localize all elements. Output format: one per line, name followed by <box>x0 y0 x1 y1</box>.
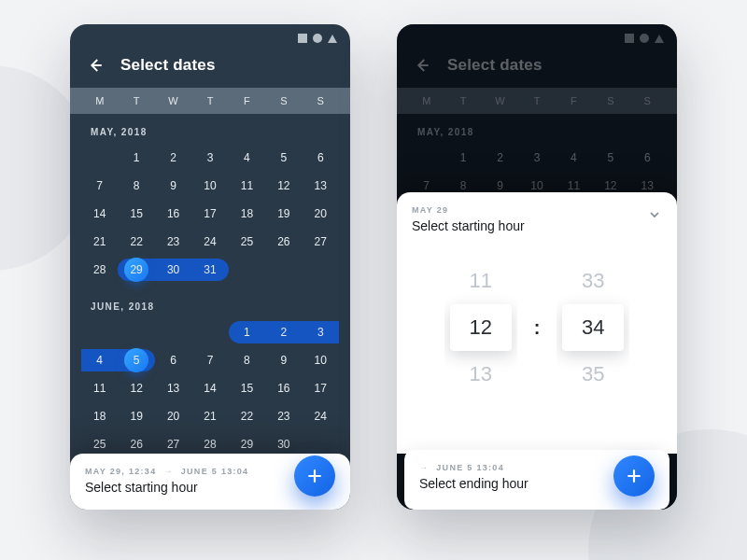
hour-next: 13 <box>444 351 517 398</box>
phone-select-dates: Select dates MTWTFSS MAY, 2018 123456789… <box>70 24 350 510</box>
day-cell[interactable]: 3 <box>191 147 228 169</box>
day-cell[interactable]: 12 <box>265 175 302 197</box>
back-icon[interactable] <box>87 57 104 74</box>
day-cell[interactable]: 29 <box>229 433 265 455</box>
day-cell[interactable]: 20 <box>155 405 191 427</box>
day-cell[interactable]: 8 <box>229 349 265 371</box>
time-sheet-heading: Select starting hour <box>412 218 662 233</box>
day-cell[interactable]: 1 <box>118 147 154 169</box>
weekday-cell: S <box>265 95 302 106</box>
add-button[interactable] <box>613 455 655 497</box>
day-cell[interactable]: 7 <box>81 175 118 197</box>
weekday-cell: M <box>81 95 118 106</box>
time-picker-sheet: MAY 29 Select starting hour 11 12 13 : <box>397 192 677 454</box>
day-cell[interactable]: 29 <box>118 259 154 281</box>
calendar-month-june: 1234567891011121314151617181920212223242… <box>70 317 350 463</box>
day-cell[interactable]: 30 <box>265 433 302 455</box>
day-cell[interactable]: 18 <box>81 405 118 427</box>
hour-selected: 12 <box>444 304 517 351</box>
weekday-cell: T <box>118 95 154 106</box>
day-cell[interactable]: 24 <box>191 231 228 253</box>
day-cell[interactable]: 16 <box>265 377 302 399</box>
day-cell[interactable]: 24 <box>303 405 339 427</box>
range-to: JUNE 5 13:04 <box>436 463 504 472</box>
calendar-month-may: 1234567891011121314151617181920212223242… <box>70 143 350 288</box>
day-cell[interactable]: 28 <box>191 433 228 455</box>
day-cell[interactable]: 25 <box>229 231 265 253</box>
month-label-june: JUNE, 2018 <box>70 288 350 317</box>
day-cell[interactable]: 21 <box>191 405 228 427</box>
day-cell[interactable]: 6 <box>155 349 191 371</box>
day-cell[interactable]: 18 <box>229 203 265 225</box>
weekday-cell: W <box>155 95 191 106</box>
ending-hour-sheet: → JUNE 5 13:04 Select ending hour <box>404 450 669 510</box>
day-cell[interactable]: 11 <box>81 377 118 399</box>
day-cell[interactable]: 19 <box>118 405 154 427</box>
day-cell[interactable]: 11 <box>229 175 265 197</box>
day-cell[interactable]: 5 <box>265 147 302 169</box>
range-to: JUNE 5 13:04 <box>181 467 249 476</box>
minute-wheel[interactable]: 33 34 35 <box>557 258 629 398</box>
phone-select-time: Select dates MTWTFSS MAY, 2018 123456789… <box>397 24 677 510</box>
day-cell[interactable]: 13 <box>303 175 339 197</box>
day-cell[interactable]: 14 <box>81 203 118 225</box>
day-cell[interactable]: 15 <box>229 377 265 399</box>
day-cell[interactable]: 2 <box>155 147 191 169</box>
day-cell[interactable]: 27 <box>303 231 339 253</box>
arrow-right-icon: → <box>419 463 429 472</box>
weekday-header: MTWTFSS <box>70 88 350 114</box>
day-cell[interactable]: 23 <box>155 231 191 253</box>
day-cell[interactable]: 3 <box>303 321 339 343</box>
min-selected: 34 <box>557 304 629 351</box>
day-cell[interactable]: 19 <box>265 203 302 225</box>
day-cell[interactable]: 15 <box>118 203 154 225</box>
day-cell[interactable]: 6 <box>303 147 339 169</box>
range-from: MAY 29, 12:34 <box>85 467 156 476</box>
range-end-marker[interactable]: 5 <box>124 348 148 372</box>
time-colon: : <box>534 317 541 339</box>
weekday-cell: F <box>229 95 265 106</box>
day-cell[interactable]: 8 <box>118 175 154 197</box>
weekday-cell: T <box>191 95 228 106</box>
page-title: Select dates <box>120 56 216 75</box>
day-cell[interactable]: 27 <box>155 433 191 455</box>
day-cell[interactable]: 5 <box>118 349 154 371</box>
weekday-cell: S <box>303 95 339 106</box>
day-cell[interactable]: 17 <box>191 203 228 225</box>
day-cell[interactable]: 9 <box>155 175 191 197</box>
day-cell[interactable]: 31 <box>191 259 228 281</box>
hour-wheel[interactable]: 11 12 13 <box>444 258 517 398</box>
day-cell[interactable]: 17 <box>303 377 339 399</box>
day-cell[interactable]: 25 <box>81 433 118 455</box>
day-cell[interactable]: 20 <box>303 203 339 225</box>
bottom-sheet: MAY 29, 12:34 → JUNE 5 13:04 Select star… <box>70 454 350 510</box>
chevron-down-icon[interactable] <box>647 207 662 226</box>
time-sheet-date: MAY 29 <box>412 205 448 215</box>
add-button[interactable] <box>294 455 335 497</box>
day-cell[interactable]: 26 <box>118 433 154 455</box>
day-cell[interactable]: 28 <box>81 259 118 281</box>
hour-prev: 11 <box>444 258 517 304</box>
day-cell[interactable]: 30 <box>155 259 191 281</box>
day-cell[interactable]: 26 <box>265 231 302 253</box>
day-cell[interactable]: 14 <box>191 377 228 399</box>
day-cell[interactable]: 13 <box>155 377 191 399</box>
day-cell[interactable]: 23 <box>265 405 302 427</box>
day-cell[interactable]: 2 <box>265 321 302 343</box>
day-cell[interactable]: 7 <box>191 349 228 371</box>
day-cell[interactable]: 22 <box>229 405 265 427</box>
day-cell[interactable]: 9 <box>265 349 302 371</box>
day-cell[interactable]: 12 <box>118 377 154 399</box>
status-bar <box>298 34 337 43</box>
day-cell[interactable]: 4 <box>229 147 265 169</box>
day-cell[interactable]: 16 <box>155 203 191 225</box>
arrow-right-icon: → <box>163 467 173 476</box>
min-next: 35 <box>557 351 629 398</box>
day-cell[interactable]: 10 <box>303 349 339 371</box>
day-cell[interactable]: 22 <box>118 231 154 253</box>
day-cell[interactable]: 10 <box>191 175 228 197</box>
day-cell[interactable]: 21 <box>81 231 118 253</box>
range-start-marker[interactable]: 29 <box>124 258 148 282</box>
day-cell[interactable]: 4 <box>81 349 118 371</box>
day-cell[interactable]: 1 <box>229 321 265 343</box>
